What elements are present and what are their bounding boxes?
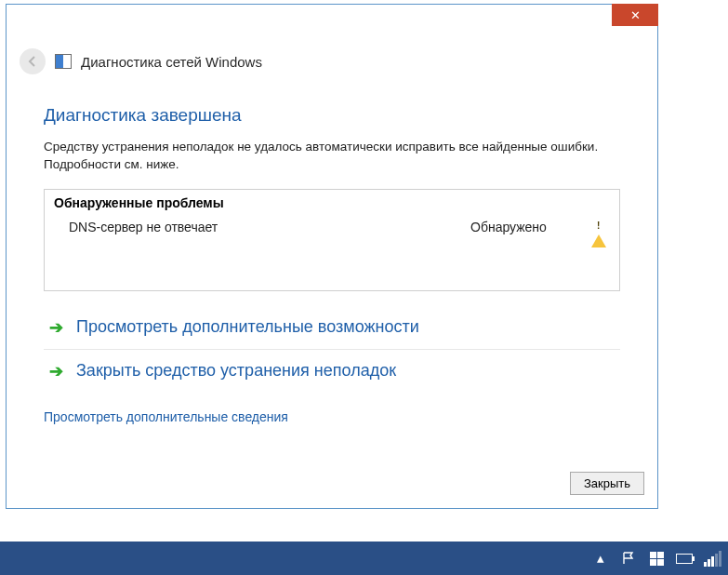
problem-row: DNS-сервер не отвечает Обнаружено bbox=[45, 214, 619, 290]
close-button[interactable]: Закрыть bbox=[570, 472, 644, 495]
window-title: Диагностика сетей Windows bbox=[81, 54, 262, 70]
close-icon: ✕ bbox=[630, 8, 641, 22]
dialog-buttons: Закрыть bbox=[570, 472, 644, 495]
titlebar: ✕ bbox=[7, 5, 657, 36]
arrow-right-icon: ➔ bbox=[49, 361, 63, 381]
explore-options-label: Просмотреть дополнительные возможности bbox=[76, 317, 419, 337]
warning-icon bbox=[591, 220, 606, 234]
view-details-link[interactable]: Просмотреть дополнительные сведения bbox=[44, 409, 620, 424]
close-troubleshooter-label: Закрыть средство устранения неполадок bbox=[76, 361, 396, 381]
arrow-left-icon bbox=[26, 55, 39, 68]
problems-header: Обнаруженные проблемы bbox=[45, 190, 619, 214]
system-tray: ▴ bbox=[592, 542, 721, 575]
nav-row: Диагностика сетей Windows bbox=[20, 46, 644, 77]
troubleshooter-app-icon bbox=[55, 54, 72, 69]
close-troubleshooter-link[interactable]: ➔ Закрыть средство устранения неполадок bbox=[44, 349, 620, 393]
network-signal-icon[interactable] bbox=[704, 550, 721, 567]
problems-box: Обнаруженные проблемы DNS-сервер не отве… bbox=[44, 189, 620, 291]
troubleshooter-window: ✕ Диагностика сетей Windows Диагностика … bbox=[6, 4, 658, 509]
arrow-right-icon: ➔ bbox=[49, 317, 63, 338]
taskbar: ▴ bbox=[0, 542, 728, 575]
problem-status: Обнаружено bbox=[470, 220, 591, 234]
explore-options-link[interactable]: ➔ Просмотреть дополнительные возможности bbox=[44, 314, 620, 349]
window-close-button[interactable]: ✕ bbox=[612, 4, 658, 26]
back-button[interactable] bbox=[20, 48, 46, 74]
tray-overflow-chevron-icon[interactable]: ▴ bbox=[592, 550, 609, 567]
battery-icon[interactable] bbox=[676, 550, 693, 567]
start-button-icon[interactable] bbox=[648, 550, 665, 567]
page-description: Средству устранения неполадок не удалось… bbox=[44, 139, 620, 174]
page-heading: Диагностика завершена bbox=[44, 105, 620, 126]
action-center-flag-icon[interactable] bbox=[620, 550, 637, 567]
problem-name: DNS-сервер не отвечает bbox=[69, 220, 470, 234]
